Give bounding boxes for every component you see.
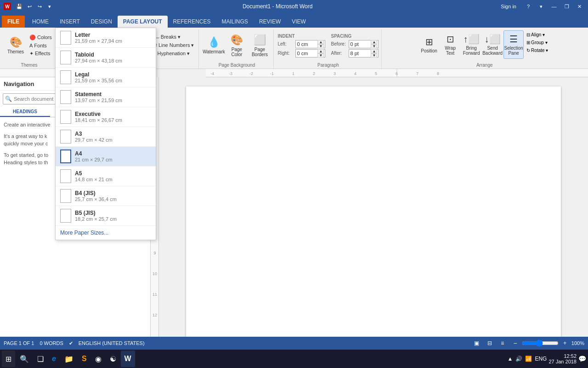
- nav-tab-headings[interactable]: HEADINGS: [0, 107, 50, 117]
- more-paper-sizes-button[interactable]: More Paper Sizes...: [56, 226, 156, 240]
- print-view-button[interactable]: ▣: [472, 339, 481, 348]
- sign-in-link[interactable]: Sign in: [501, 4, 516, 9]
- undo-qat-button[interactable]: ↩: [25, 2, 34, 11]
- chrome-button[interactable]: ◉: [91, 351, 105, 367]
- fonts-icon: A: [29, 43, 33, 48]
- group-button[interactable]: ⊞ Group ▾: [525, 39, 550, 46]
- size-item-a4[interactable]: A421 cm × 29,7 cm: [56, 147, 156, 167]
- themes-button[interactable]: 🎨 Themes: [5, 31, 27, 60]
- line-numbers-button[interactable]: # Line Numbers ▾: [153, 41, 196, 49]
- zoom-in-button[interactable]: +: [560, 339, 570, 348]
- tab-review[interactable]: REVIEW: [254, 16, 286, 28]
- task-view-button[interactable]: ❑: [34, 351, 47, 367]
- position-icon: ⊞: [425, 36, 433, 47]
- tab-home[interactable]: HOME: [27, 16, 54, 28]
- spacing-after-down[interactable]: ▼: [371, 53, 377, 58]
- size-item-legal[interactable]: Legal21,59 cm × 35,56 cm: [56, 68, 156, 87]
- svg-text:2: 2: [313, 71, 315, 76]
- indent-left-spinner[interactable]: ▲ ▼: [317, 40, 324, 48]
- fonts-button[interactable]: A Fonts: [28, 42, 54, 49]
- page-color-button[interactable]: 🎨 Page Color: [226, 31, 248, 60]
- clock[interactable]: 12:52 27 Jan 2018: [548, 353, 577, 364]
- tab-mailings[interactable]: MAILINGS: [216, 16, 254, 28]
- indent-left-down[interactable]: ▼: [317, 44, 324, 48]
- spacing-after-spinner[interactable]: ▲ ▼: [371, 49, 377, 58]
- word-icon: W: [4, 3, 11, 10]
- close-button[interactable]: ✕: [575, 2, 584, 11]
- spacing-before-spinner[interactable]: ▲ ▼: [371, 40, 377, 48]
- size-item-a3[interactable]: A329,7 cm × 42 cm: [56, 127, 156, 147]
- spacing-after-input[interactable]: 8 pt ▲ ▼: [349, 49, 379, 58]
- colors-button[interactable]: 🔴 Colors: [28, 34, 54, 41]
- rotate-button[interactable]: ↻ Rotate ▾: [525, 47, 550, 54]
- zoom-out-button[interactable]: –: [511, 339, 520, 348]
- breaks-button[interactable]: — Breaks ▾: [153, 33, 196, 41]
- page-color-icon: 🎨: [231, 34, 243, 46]
- tab-view[interactable]: VIEW: [286, 16, 311, 28]
- minimize-button[interactable]: —: [549, 2, 559, 11]
- position-button[interactable]: ⊞ Position: [419, 30, 439, 59]
- restore-button[interactable]: ❐: [562, 2, 571, 11]
- tray-up-arrow[interactable]: ▲: [508, 356, 513, 362]
- search-button[interactable]: 🔍: [16, 351, 33, 367]
- edge-button[interactable]: e: [48, 351, 60, 367]
- svg-text:8: 8: [437, 71, 439, 76]
- watermark-icon: 💧: [208, 36, 220, 48]
- effects-button[interactable]: ✦ Effects: [28, 50, 54, 58]
- network-icon[interactable]: 📶: [525, 356, 532, 362]
- volume-icon[interactable]: 🔊: [515, 356, 522, 362]
- word-taskbar-button[interactable]: W: [121, 351, 135, 367]
- tab-references[interactable]: REFERENCES: [168, 16, 216, 28]
- svg-text:-4: -4: [210, 71, 214, 76]
- indent-left-input[interactable]: 0 cm ▲ ▼: [295, 40, 325, 48]
- save-qat-button[interactable]: 💾: [15, 2, 24, 11]
- indent-right-spinner[interactable]: ▲ ▼: [317, 49, 324, 58]
- explorer-button[interactable]: 📁: [61, 351, 77, 367]
- web-view-button[interactable]: ⊟: [485, 339, 494, 348]
- spacing-after-up[interactable]: ▲: [371, 49, 377, 53]
- ribbon-collapse-button[interactable]: ▾: [537, 2, 546, 11]
- themes-group-content: 🎨 Themes 🔴 Colors A Fonts ✦ Effects: [5, 30, 54, 60]
- align-button[interactable]: ⊟ Align ▾: [525, 31, 550, 38]
- bring-forward-button[interactable]: ↑⬜ Bring Forward: [461, 30, 481, 59]
- size-item-a5[interactable]: A514,8 cm × 21 cm: [56, 167, 156, 186]
- start-button[interactable]: ⊞: [2, 351, 15, 367]
- indent-left-up[interactable]: ▲: [317, 40, 324, 44]
- size-item-b4-(jis)[interactable]: B4 (JIS)25,7 cm × 36,4 cm: [56, 186, 156, 206]
- page-borders-button[interactable]: ⬜ Page Borders: [249, 31, 271, 60]
- sublime-button[interactable]: S: [78, 351, 90, 367]
- svg-text:3: 3: [334, 71, 336, 76]
- tab-page-layout[interactable]: PAGE LAYOUT: [118, 16, 168, 28]
- indent-right-input[interactable]: 0 cm ▲ ▼: [295, 49, 325, 58]
- tab-insert[interactable]: INSERT: [54, 16, 85, 28]
- watermark-button[interactable]: 💧 Watermark: [203, 31, 225, 60]
- help-button[interactable]: ?: [524, 2, 533, 11]
- spacing-before-up[interactable]: ▲: [371, 40, 377, 44]
- page-background-label: Page Background: [219, 63, 255, 68]
- size-item-letter[interactable]: Letter21,59 cm × 27,94 cm: [56, 28, 156, 48]
- size-thumb: [60, 169, 71, 183]
- redo-qat-button[interactable]: ↪: [35, 2, 44, 11]
- size-item-b5-(jis)[interactable]: B5 (JIS)18,2 cm × 25,7 cm: [56, 206, 156, 226]
- tab-file[interactable]: FILE: [2, 16, 25, 28]
- zoom-slider[interactable]: [522, 339, 559, 347]
- send-backward-button[interactable]: ↓⬜ Send Backward: [482, 30, 503, 59]
- hyphenation-button[interactable]: - Hyphenation ▾: [153, 50, 196, 58]
- spacing-before-input[interactable]: 0 pt ▲ ▼: [349, 40, 379, 48]
- size-item-statement[interactable]: Statement13,97 cm × 21,59 cm: [56, 87, 156, 107]
- selection-pane-button[interactable]: ☰ Selection Pane: [503, 30, 524, 59]
- indent-right-down[interactable]: ▼: [317, 53, 324, 58]
- indent-right-up[interactable]: ▲: [317, 49, 324, 53]
- size-item-executive[interactable]: Executive18,41 cm × 26,67 cm: [56, 107, 156, 127]
- wrap-text-button[interactable]: ⊡ Wrap Text: [440, 30, 460, 59]
- outline-view-button[interactable]: ≡: [498, 339, 507, 348]
- size-item-tabloid[interactable]: Tabloid27,94 cm × 43,18 cm: [56, 48, 156, 68]
- document-page: [186, 86, 561, 344]
- tor-button[interactable]: ☯: [106, 351, 120, 367]
- notification-icon[interactable]: 💬: [578, 355, 586, 362]
- tab-design[interactable]: DESIGN: [85, 16, 118, 28]
- svg-text:9: 9: [153, 251, 156, 255]
- start-icon: ⊞: [6, 355, 11, 363]
- spacing-before-down[interactable]: ▼: [371, 44, 377, 48]
- qat-dropdown-button[interactable]: ▾: [45, 2, 54, 11]
